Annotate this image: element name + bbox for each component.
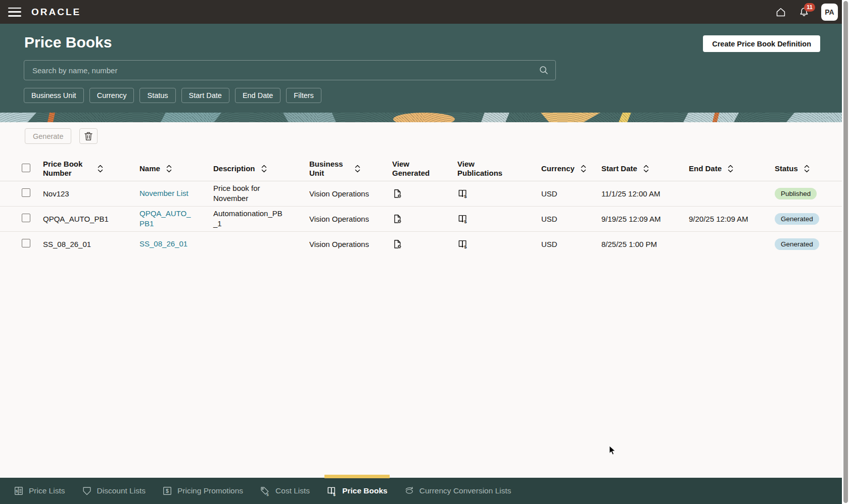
nav-item-label: Pricing Promotions: [177, 486, 243, 495]
page-header: Price Books Create Price Book Definition…: [0, 24, 849, 113]
sort-icon[interactable]: [804, 165, 810, 173]
cost-lists-icon: $: [260, 486, 270, 496]
filter-chip-status[interactable]: Status: [139, 88, 175, 103]
view-publications-icon[interactable]: $: [457, 214, 533, 224]
row-checkbox[interactable]: [22, 239, 30, 247]
view-publications-icon[interactable]: $: [457, 239, 533, 249]
pricing-promotions-icon: $: [162, 486, 172, 496]
currency-conversion-lists-icon: [404, 486, 414, 496]
cell-end-date: 9/20/25 12:09 AM: [689, 206, 775, 231]
nav-item-pricing-promotions[interactable]: $ Pricing Promotions: [162, 486, 243, 496]
nav-item-price-books[interactable]: $ Price Books: [326, 486, 388, 496]
sort-icon[interactable]: [728, 165, 733, 173]
nav-item-label: Price Books: [342, 486, 388, 495]
price-lists-icon: $: [14, 486, 24, 496]
bottom-navigation: $ Price Lists Discount Lists $ Pricing P…: [0, 478, 849, 504]
svg-text:$: $: [333, 492, 336, 496]
table-row: QPQA_AUTO_PB1 QPQA_AUTO_PB1 Automationat…: [0, 206, 849, 231]
cell-start-date: 11/1/25 12:00 AM: [601, 181, 689, 206]
nav-item-label: Price Lists: [29, 486, 65, 495]
view-publications-icon[interactable]: $: [457, 188, 533, 199]
hamburger-menu-icon[interactable]: [8, 8, 21, 17]
sort-icon[interactable]: [643, 165, 649, 173]
cell-business-unit: Vision Operations: [309, 181, 392, 206]
select-all-checkbox[interactable]: [22, 164, 30, 172]
column-header-price-book-number: Price Book Number: [43, 160, 91, 178]
cell-price-book-number: SS_08_26_01: [43, 231, 139, 257]
cell-start-date: 8/25/25 1:00 PM: [601, 231, 689, 257]
svg-text:$: $: [16, 489, 18, 493]
oracle-logo: ORACLE: [31, 7, 81, 18]
filter-chip-filters[interactable]: Filters: [286, 88, 321, 103]
svg-text:$: $: [464, 194, 466, 199]
svg-text:$: $: [266, 492, 269, 496]
cell-business-unit: Vision Operations: [309, 231, 392, 257]
status-badge: Generated: [775, 213, 819, 225]
filter-chip-business-unit[interactable]: Business Unit: [24, 88, 84, 103]
filter-chip-currency[interactable]: Currency: [89, 88, 134, 103]
cell-currency: USD: [541, 231, 601, 257]
row-checkbox[interactable]: [22, 188, 30, 197]
status-badge: Generated: [775, 238, 819, 250]
svg-text:$: $: [166, 488, 169, 494]
home-icon[interactable]: [775, 6, 787, 18]
row-checkbox[interactable]: [22, 214, 30, 222]
svg-text:$: $: [464, 244, 466, 249]
filter-chip-end-date[interactable]: End Date: [235, 88, 280, 103]
view-generated-icon[interactable]: [392, 239, 449, 249]
sort-icon[interactable]: [261, 165, 267, 173]
price-book-name-link[interactable]: SS_08_26_01: [139, 239, 187, 248]
price-books-icon: $: [326, 486, 337, 496]
top-app-bar: ORACLE 11 PA: [0, 0, 849, 24]
view-generated-icon[interactable]: [392, 188, 449, 199]
column-header-end-date: End Date: [689, 164, 722, 173]
column-header-view-publications: View Publications: [457, 160, 508, 178]
generate-button[interactable]: Generate: [25, 128, 71, 144]
price-books-table: Price Book Number Name Description Busin…: [0, 157, 849, 257]
nav-item-price-lists[interactable]: $ Price Lists: [14, 486, 65, 496]
filter-chip-row: Business Unit Currency Status Start Date…: [24, 88, 321, 103]
column-header-business-unit: Business Unit: [309, 160, 349, 178]
view-generated-icon[interactable]: [392, 214, 449, 224]
create-price-book-definition-button[interactable]: Create Price Book Definition: [703, 35, 820, 52]
nav-item-cost-lists[interactable]: $ Cost Lists: [260, 486, 310, 496]
column-header-view-generated: View Generated: [392, 160, 438, 178]
sort-icon[interactable]: [98, 165, 103, 173]
cell-end-date: [689, 231, 775, 257]
nav-item-discount-lists[interactable]: Discount Lists: [82, 486, 146, 496]
price-book-name-link[interactable]: QPQA_AUTO_PB1: [139, 209, 191, 228]
nav-item-currency-conversion-lists[interactable]: Currency Conversion Lists: [404, 486, 511, 496]
filter-chip-start-date[interactable]: Start Date: [181, 88, 229, 103]
sort-icon[interactable]: [166, 165, 172, 173]
delete-button[interactable]: [79, 128, 98, 144]
price-book-name-link[interactable]: November List: [139, 189, 188, 197]
table-toolbar: Generate: [25, 128, 98, 144]
cell-description: Automationation_PB_1: [213, 209, 286, 229]
nav-item-label: Cost Lists: [275, 486, 310, 495]
user-avatar[interactable]: PA: [821, 4, 838, 21]
cell-currency: USD: [541, 206, 601, 231]
search-input[interactable]: [24, 60, 556, 80]
sort-icon[interactable]: [581, 165, 586, 173]
decorative-banner: [0, 113, 849, 122]
scrollbar[interactable]: [842, 0, 849, 504]
notifications-bell-icon[interactable]: 11: [798, 6, 810, 18]
column-header-description: Description: [213, 164, 255, 173]
cell-description: Price book for November: [213, 183, 286, 204]
cell-start-date: 9/19/25 12:09 AM: [601, 206, 689, 231]
cell-business-unit: Vision Operations: [309, 206, 392, 231]
sort-icon[interactable]: [355, 165, 360, 173]
notification-count-badge: 11: [804, 3, 815, 12]
nav-item-label: Discount Lists: [97, 486, 146, 495]
table-row: Nov123 November List Price book for Nove…: [0, 181, 849, 206]
nav-item-label: Currency Conversion Lists: [419, 486, 511, 495]
main-content: Generate Price Book Number Name Descript…: [0, 122, 849, 478]
page-title: Price Books: [24, 34, 112, 51]
cell-price-book-number: QPQA_AUTO_PB1: [43, 206, 139, 231]
scrollbar-thumb[interactable]: [843, 1, 848, 503]
column-header-start-date: Start Date: [601, 164, 637, 173]
column-header-status: Status: [775, 164, 798, 173]
search-icon[interactable]: [539, 65, 549, 75]
cell-currency: USD: [541, 181, 601, 206]
column-header-name: Name: [139, 164, 160, 173]
